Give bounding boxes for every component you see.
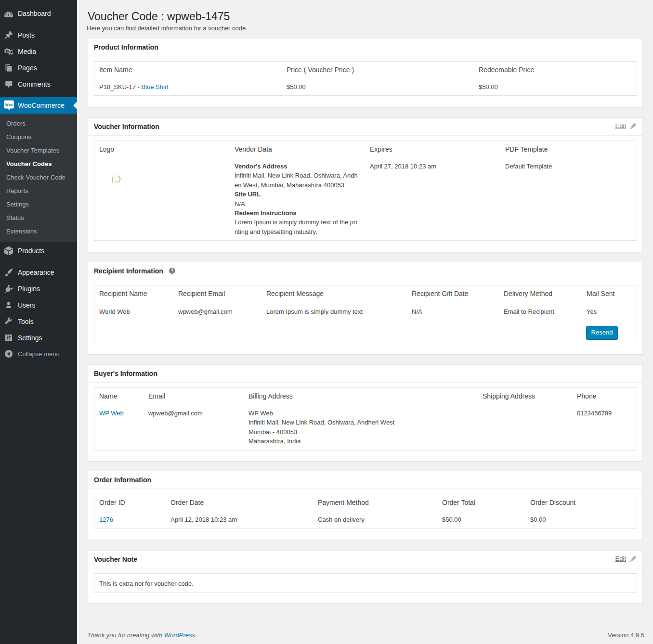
- svg-text:Woo: Woo: [5, 103, 13, 107]
